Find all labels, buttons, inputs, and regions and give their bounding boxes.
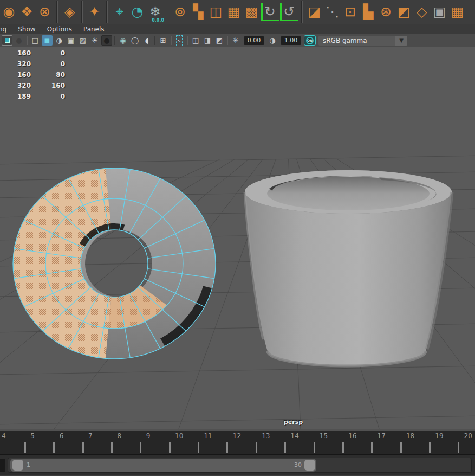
polycount-hud: 16003200160803201601890 bbox=[0, 48, 65, 102]
xray-joints-button[interactable]: ◨ bbox=[202, 35, 213, 46]
exposure-icon-button[interactable]: ✳ bbox=[230, 35, 241, 46]
rotate-bracket-a-icon-glyph: ↻ bbox=[264, 0, 276, 24]
view-transform-dropdown[interactable]: sRGB gamma ▼ bbox=[318, 36, 407, 46]
duplicate-cascade-icon[interactable]: ⋱ bbox=[323, 0, 341, 24]
menu-item-options[interactable]: Options bbox=[47, 25, 72, 33]
menu-item-show[interactable]: Show bbox=[18, 25, 35, 33]
mirror-icon[interactable]: ◫ bbox=[207, 0, 225, 24]
freeze-transformations-icon[interactable]: ❄0,0,0 bbox=[146, 0, 164, 24]
mirror-icon-glyph: ◫ bbox=[210, 0, 223, 24]
camera-attributes-icon: ● bbox=[16, 36, 22, 46]
range-end-handle[interactable] bbox=[304, 460, 315, 471]
platonic-solid-icon[interactable]: ◈ bbox=[61, 0, 79, 24]
frame-label-6: 6 bbox=[60, 432, 64, 440]
fill-hole-icon-glyph: ▦ bbox=[227, 0, 240, 24]
lattice-icon[interactable]: ▣ bbox=[431, 0, 448, 24]
frame-label-9: 9 bbox=[146, 432, 151, 440]
range-start-handle[interactable] bbox=[12, 460, 23, 471]
viewport-toolbar: ●□◼◑▣▨☀●◉◯◖⊞↖◫◨◩✳ 0.00 ◑ 1.00 ON sRGB ga… bbox=[0, 34, 475, 47]
delete-history-icon-glyph: ◔ bbox=[132, 0, 144, 24]
frame-label-16: 16 bbox=[348, 432, 356, 440]
xray-button[interactable]: ◫ bbox=[190, 35, 201, 46]
textured-display-button[interactable]: ◑ bbox=[54, 35, 64, 46]
reduce-icon[interactable]: ▩ bbox=[243, 0, 261, 24]
poly-disc-icon[interactable]: ⊗ bbox=[36, 0, 54, 24]
poly-diamonds-icon[interactable]: ❖ bbox=[18, 0, 36, 24]
delete-history-icon[interactable]: ◔ bbox=[128, 0, 146, 24]
frame-label-20: 20 bbox=[464, 432, 472, 440]
menu-item-shading[interactable]: ng bbox=[0, 25, 6, 33]
shaded-display-icon: ◼ bbox=[44, 36, 50, 46]
fill-hole-icon[interactable]: ▦ bbox=[225, 0, 243, 24]
textured-display-icon: ◑ bbox=[56, 36, 62, 46]
duplicate-cascade-icon-glyph: ⋱ bbox=[326, 0, 339, 24]
frame-tick bbox=[198, 442, 199, 453]
exposure-icon-icon: ✳ bbox=[233, 36, 239, 46]
contrast-icon-button[interactable]: ◑ bbox=[267, 35, 278, 46]
hud-edges-row: 3200 bbox=[0, 59, 65, 69]
shaded-display-button[interactable]: ◼ bbox=[42, 35, 53, 46]
hud-faces-row-total: 160 bbox=[0, 71, 31, 79]
playback-range-bar[interactable]: 1 30 bbox=[10, 459, 316, 472]
center-pivot-icon[interactable]: ⌖ bbox=[110, 0, 128, 24]
range-start-value: 1 bbox=[27, 461, 30, 468]
perspective-viewport[interactable]: 16003200160803201601890 persp bbox=[0, 47, 475, 429]
separate-icon-glyph: ▚ bbox=[193, 0, 203, 24]
antialiasing-button[interactable]: ◖ bbox=[141, 35, 152, 46]
frame-label-5: 5 bbox=[30, 432, 35, 440]
gamma-field[interactable]: 1.00 bbox=[281, 36, 301, 45]
range-partial-field[interactable] bbox=[0, 459, 5, 472]
contrast-icon-icon: ◑ bbox=[269, 36, 275, 46]
menu-item-panels[interactable]: Panels bbox=[83, 25, 105, 33]
gamma-pen-button[interactable]: ◩ bbox=[214, 35, 225, 46]
cup-object[interactable] bbox=[245, 170, 452, 366]
rotate-bracket-b-icon-glyph: ↺ bbox=[283, 0, 295, 24]
separate-icon[interactable]: ▚ bbox=[189, 0, 207, 24]
range-slider-track[interactable]: 1 30 bbox=[8, 458, 472, 473]
frame-tick bbox=[169, 442, 171, 453]
torus-object[interactable] bbox=[13, 168, 216, 359]
frame-tick bbox=[284, 442, 286, 453]
triangulate-icon[interactable]: ◩ bbox=[395, 0, 413, 24]
isolate-select-button[interactable]: ⊞ bbox=[158, 35, 168, 46]
use-default-material-button[interactable]: ▨ bbox=[77, 35, 88, 46]
select-camera-button[interactable] bbox=[2, 35, 12, 46]
hud-edges-row-total: 320 bbox=[0, 60, 31, 68]
exposure-field[interactable]: 0.00 bbox=[244, 36, 264, 45]
antialiasing-icon: ◖ bbox=[145, 36, 149, 46]
range-slider-row: 1 30 bbox=[0, 455, 475, 475]
center-pivot-icon-glyph: ⌖ bbox=[115, 0, 123, 24]
super-ellipse-icon[interactable]: ✦ bbox=[86, 0, 103, 24]
edge-partial-icon[interactable]: ▦ bbox=[448, 0, 466, 24]
merge-squares-icon[interactable]: ▙ bbox=[359, 0, 377, 24]
range-end-value: 30 bbox=[294, 461, 302, 468]
color-management-button[interactable]: ON bbox=[304, 35, 316, 46]
ambient-occlusion-button[interactable]: ◉ bbox=[118, 35, 128, 46]
toolbar-separator bbox=[171, 36, 172, 45]
wireframe-on-shaded-button[interactable]: ▣ bbox=[66, 35, 76, 46]
frame-tick bbox=[458, 442, 459, 453]
wireframe-display-button[interactable]: □ bbox=[30, 35, 41, 46]
cube-faces-icon[interactable]: ⊡ bbox=[341, 0, 359, 24]
smooth-icon[interactable]: ⊛ bbox=[377, 0, 395, 24]
rotate-bracket-a-icon[interactable]: ↻ bbox=[261, 3, 279, 21]
hud-uvs-row-selected: 0 bbox=[31, 93, 65, 100]
frame-label-19: 19 bbox=[435, 432, 443, 440]
motion-blur-button[interactable]: ◯ bbox=[129, 35, 140, 46]
hud-tris-row: 320160 bbox=[0, 80, 65, 91]
time-slider[interactable]: 4567891011121314151617181920 bbox=[0, 431, 475, 454]
shadows-button[interactable]: ● bbox=[101, 35, 112, 46]
quadrangulate-icon[interactable]: ◇ bbox=[413, 0, 431, 24]
frame-label-14: 14 bbox=[291, 432, 299, 440]
lighting-button[interactable]: ☀ bbox=[89, 35, 100, 46]
selection-highlight-button[interactable]: ↖ bbox=[174, 35, 185, 46]
camera-attributes-button[interactable]: ● bbox=[14, 35, 24, 46]
triangulate-icon-glyph: ◩ bbox=[398, 0, 411, 24]
combine-icon-glyph: ⊚ bbox=[174, 0, 186, 24]
lighting-icon: ☀ bbox=[92, 36, 98, 46]
combine-icon[interactable]: ⊚ bbox=[171, 0, 189, 24]
hud-uvs-row: 1890 bbox=[0, 91, 65, 102]
extract-faces-icon[interactable]: ◪ bbox=[305, 0, 323, 24]
poly-torus-icon[interactable]: ◉ bbox=[0, 0, 18, 24]
rotate-bracket-b-icon[interactable]: ↺ bbox=[280, 3, 298, 21]
